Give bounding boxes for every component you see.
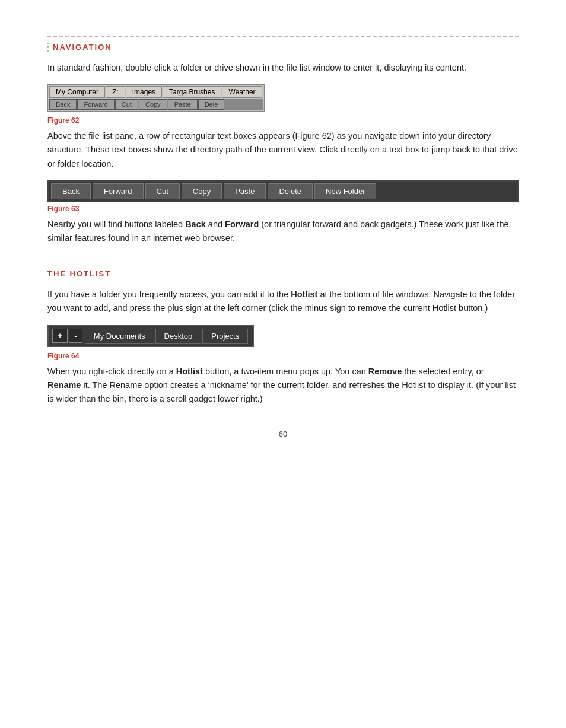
figure-64-label: Figure 64 — [47, 352, 519, 360]
figure-62-label: Figure 62 — [47, 116, 519, 125]
fig62-btn-paste: Paste — [168, 99, 198, 110]
fig62-cell-z: Z: — [106, 86, 125, 98]
fig62-btn-dele: Dele — [198, 99, 225, 110]
nav-para3-text1: Nearby you will find buttons labeled — [47, 220, 185, 229]
navigation-para2: Above the file list pane, a row of recta… — [47, 129, 519, 171]
toolbar-copy-btn[interactable]: Copy — [182, 183, 222, 199]
fig62-cell-images: Images — [126, 86, 162, 98]
hotlist-minus-button[interactable]: - — [69, 329, 82, 343]
navigation-para1: In standard fashion, double-click a fold… — [47, 61, 519, 75]
fig62-cell-mycomputer: My Computer — [49, 86, 105, 98]
hotlist-desktop-btn[interactable]: Desktop — [155, 329, 202, 344]
hotlist-para1-bold: Hotlist — [291, 290, 317, 299]
figure-62-image: My Computer Z: Images Targa Brushes Weat… — [47, 84, 265, 112]
hotlist-para2-bold1: Hotlist — [176, 367, 203, 376]
hotlist-section: THE HOTLIST If you have a folder you fre… — [47, 263, 519, 406]
nav-para3-text2: and — [206, 220, 225, 229]
hotlist-para2-text1: When you right-click directly on a — [47, 367, 176, 376]
toolbar-forward-btn[interactable]: Forward — [93, 183, 144, 199]
toolbar-newfolder-btn[interactable]: New Folder — [314, 183, 376, 199]
hotlist-para1-text1: If you have a folder you frequently acce… — [47, 290, 291, 299]
hotlist-para2-bold2: Remove — [368, 367, 402, 376]
hotlist-para2: When you right-click directly on a Hotli… — [47, 365, 519, 406]
fig62-cell-weather: Weather — [222, 86, 262, 98]
page-number: 60 — [47, 430, 519, 438]
toolbar-cut-btn[interactable]: Cut — [145, 183, 180, 199]
fig62-btn-cut: Cut — [115, 99, 138, 110]
hotlist-projects-btn[interactable]: Projects — [202, 329, 248, 344]
navigation-para3: Nearby you will find buttons labeled Bac… — [47, 218, 519, 245]
nav-para3-bold1: Back — [185, 220, 206, 229]
hotlist-para2-text3: the selected entry, or — [402, 367, 484, 376]
fig62-btn-back: Back — [49, 99, 77, 110]
hotlist-para1: If you have a folder you frequently acce… — [47, 288, 519, 315]
toolbar-back-btn[interactable]: Back — [51, 183, 91, 199]
hotlist-para2-text2: button, a two-item menu pops up. You can — [203, 367, 368, 376]
hotlist-section-title: THE HOTLIST — [47, 269, 519, 278]
fig62-btn-forward: Forward — [77, 99, 114, 110]
fig62-cell-targabrushes: Targa Brushes — [163, 86, 221, 98]
figure-62-bottom-row: Back Forward Cut Copy Paste Dele — [49, 99, 263, 110]
figure-63-label: Figure 63 — [47, 205, 519, 213]
figure-64-hotlist: + - My Documents Desktop Projects — [47, 325, 254, 347]
navigation-section-title: NAVIGATION — [47, 43, 519, 52]
hotlist-para2-bold3: Rename — [47, 380, 81, 390]
toolbar-delete-btn[interactable]: Delete — [268, 183, 313, 199]
toolbar-paste-btn[interactable]: Paste — [224, 183, 266, 199]
hotlist-para2-text4: it. The Rename option creates a ‘nicknam… — [47, 380, 516, 403]
figure-63-toolbar: Back Forward Cut Copy Paste Delete New F… — [47, 180, 519, 202]
hotlist-plus-button[interactable]: + — [52, 329, 68, 343]
hotlist-mydocuments-btn[interactable]: My Documents — [85, 329, 154, 344]
fig62-btn-copy: Copy — [139, 99, 167, 110]
figure-62-top-row: My Computer Z: Images Targa Brushes Weat… — [49, 86, 263, 98]
navigation-section: NAVIGATION In standard fashion, double-c… — [47, 36, 519, 245]
nav-para3-bold2: Forward — [225, 220, 259, 229]
